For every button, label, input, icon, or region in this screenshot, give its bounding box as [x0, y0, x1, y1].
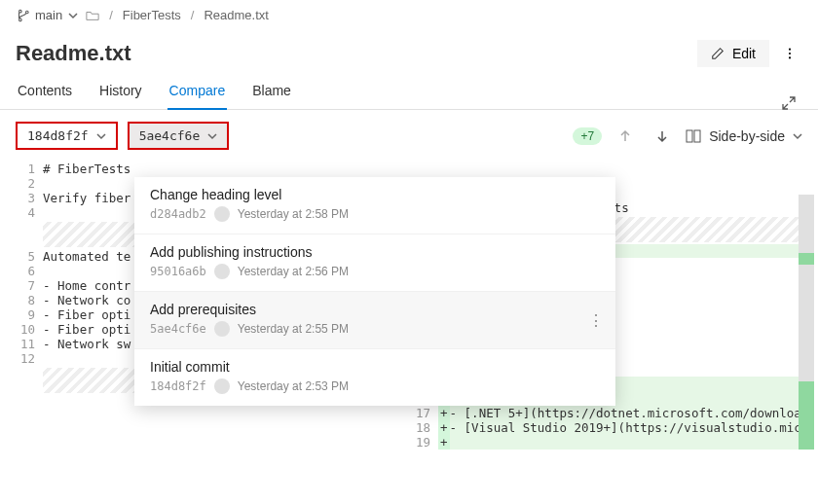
- next-diff-button[interactable]: [649, 123, 676, 150]
- arrow-up-icon: [617, 128, 633, 144]
- avatar: [214, 378, 230, 394]
- breadcrumb-file[interactable]: Readme.txt: [204, 8, 268, 22]
- branch-icon: [16, 9, 29, 22]
- branch-selector[interactable]: main: [16, 8, 78, 22]
- commit-time: Yesterday at 2:55 PM: [238, 322, 349, 336]
- commit-hash: d284adb2: [150, 207, 206, 221]
- fullscreen-button[interactable]: [775, 90, 802, 117]
- diff-added-count: +7: [573, 127, 602, 145]
- compare-from-selector[interactable]: 184d8f2f: [16, 122, 118, 150]
- breadcrumb-folder[interactable]: FiberTests: [123, 8, 181, 22]
- svg-rect-4: [694, 130, 700, 142]
- page-title: Readme.txt: [16, 41, 131, 66]
- commit-title: Initial commit: [150, 359, 600, 375]
- folder-icon: [86, 9, 99, 22]
- commit-title: Add publishing instructions: [150, 244, 600, 260]
- avatar: [214, 206, 230, 222]
- breadcrumb: / FiberTests / Readme.txt: [86, 8, 269, 22]
- branch-name: main: [35, 8, 62, 22]
- arrow-down-icon: [654, 128, 670, 144]
- more-vertical-icon[interactable]: ⋮: [588, 311, 604, 330]
- chevron-down-icon: [793, 131, 802, 141]
- commit-title: Change heading level: [150, 187, 600, 202]
- commit-time: Yesterday at 2:56 PM: [238, 265, 349, 278]
- commit-hash: 5ae4cf6e: [150, 322, 206, 336]
- commit-dropdown-item[interactable]: Change heading leveld284adb2Yesterday at…: [134, 177, 615, 234]
- more-actions-button[interactable]: [777, 41, 802, 66]
- edit-button[interactable]: Edit: [697, 40, 769, 67]
- commit-dropdown-item[interactable]: Initial commit184d8f2fYesterday at 2:53 …: [134, 349, 615, 406]
- commit-hash: 95016a6b: [150, 265, 206, 278]
- avatar: [214, 321, 230, 337]
- commit-time: Yesterday at 2:58 PM: [238, 207, 349, 221]
- tab-contents[interactable]: Contents: [16, 77, 74, 109]
- commit-dropdown: Change heading leveld284adb2Yesterday at…: [134, 177, 615, 406]
- view-mode-selector[interactable]: Side-by-side: [686, 128, 802, 144]
- diff-minimap[interactable]: [799, 195, 818, 486]
- expand-icon: [781, 95, 797, 111]
- more-vertical-icon: [783, 47, 797, 60]
- commit-dropdown-item[interactable]: Add prerequisites5ae4cf6eYesterday at 2:…: [134, 292, 615, 349]
- svg-point-1: [789, 53, 791, 54]
- svg-rect-3: [687, 130, 692, 142]
- tab-compare[interactable]: Compare: [167, 77, 228, 110]
- tab-blame[interactable]: Blame: [250, 77, 293, 109]
- chevron-down-icon: [207, 131, 217, 141]
- commit-hash: 184d8f2f: [150, 379, 206, 393]
- tab-history[interactable]: History: [97, 77, 144, 109]
- pencil-icon: [711, 47, 725, 60]
- prev-diff-button[interactable]: [612, 123, 639, 150]
- chevron-down-icon: [96, 131, 106, 141]
- commit-dropdown-item[interactable]: Add publishing instructions95016a6bYeste…: [134, 234, 615, 292]
- svg-point-0: [789, 49, 791, 51]
- file-tabs: Contents History Compare Blame: [0, 73, 818, 110]
- commit-time: Yesterday at 2:53 PM: [238, 379, 349, 393]
- commit-title: Add prerequisites: [150, 302, 600, 317]
- avatar: [214, 264, 230, 279]
- svg-point-2: [789, 56, 791, 58]
- compare-to-selector[interactable]: 5ae4cf6e: [128, 122, 230, 150]
- side-by-side-icon: [686, 128, 701, 144]
- chevron-down-icon: [68, 11, 78, 20]
